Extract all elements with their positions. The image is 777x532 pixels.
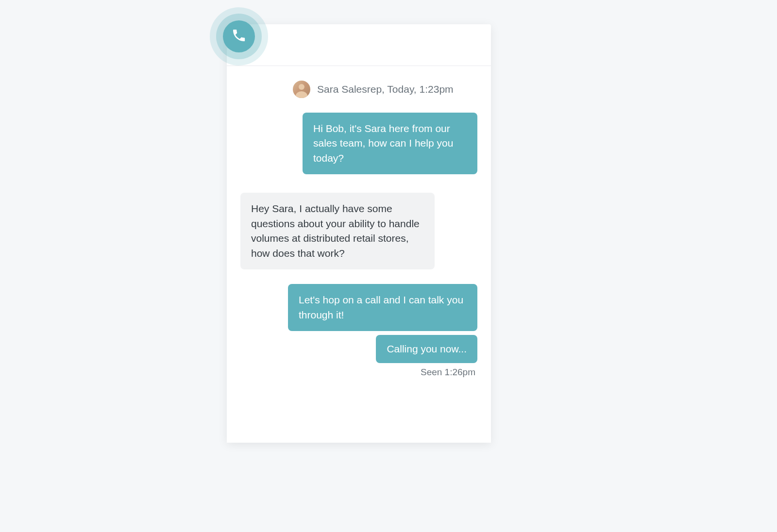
sender-info: Sara Salesrep, Today, 1:23pm	[293, 81, 477, 98]
chat-panel: Sara Salesrep, Today, 1:23pm Hi Bob, it'…	[227, 24, 491, 443]
avatar	[293, 81, 310, 98]
message-bubble-received: Hey Sara, I actually have some questions…	[240, 193, 435, 269]
chat-body: Sara Salesrep, Today, 1:23pm Hi Bob, it'…	[227, 66, 491, 387]
seen-status-row: Seen 1:26pm	[240, 366, 477, 378]
message-row: Let's hop on a call and I can talk you t…	[240, 284, 477, 331]
message-bubble-sent: Calling you now...	[376, 335, 477, 363]
call-button[interactable]	[210, 7, 268, 66]
call-button-circle	[223, 20, 255, 52]
chat-header	[227, 24, 491, 66]
seen-status: Seen 1:26pm	[421, 367, 475, 378]
message-row: Hi Bob, it's Sara here from our sales te…	[240, 113, 477, 174]
message-row: Hey Sara, I actually have some questions…	[240, 193, 477, 269]
message-row: Calling you now...	[240, 335, 477, 363]
phone-icon	[231, 28, 247, 45]
sender-label: Sara Salesrep, Today, 1:23pm	[317, 83, 454, 95]
message-bubble-sent: Hi Bob, it's Sara here from our sales te…	[303, 113, 477, 174]
page-canvas: Sara Salesrep, Today, 1:23pm Hi Bob, it'…	[0, 0, 647, 443]
message-bubble-sent: Let's hop on a call and I can talk you t…	[288, 284, 477, 331]
